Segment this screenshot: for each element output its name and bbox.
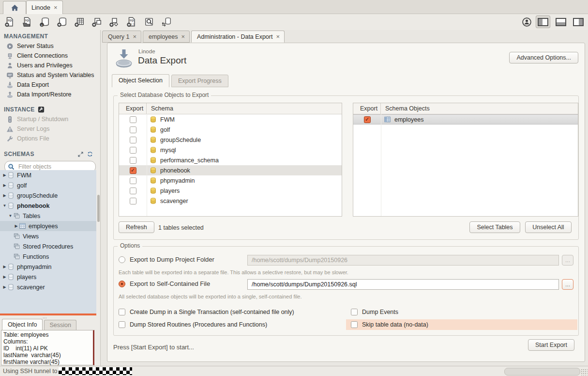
new-table-icon[interactable] [73,15,86,29]
export-checkbox[interactable]: ✓ [364,116,371,123]
dump-folder-radio[interactable] [119,256,125,263]
table-row-scavenger[interactable]: ✓scavenger [119,196,342,206]
start-export-button[interactable]: Start Export [528,339,574,351]
tree-node-phpmyadmin[interactable]: ▶phpmyadmin [0,262,96,272]
open-sql-file-icon[interactable] [20,15,34,29]
select-tables-button[interactable]: Select Tables [469,221,520,233]
tree-node-scavenger[interactable]: ▶scavenger [0,282,96,292]
export-checkbox[interactable]: ✓ [130,147,136,154]
close-icon[interactable]: × [133,33,136,40]
export-checkbox[interactable]: ✓ [130,177,136,184]
self-contained-radio[interactable] [119,281,125,287]
editor-tab-administration-data-export[interactable]: Administration - Data Export× [191,31,285,43]
chevron-right-icon[interactable]: ▶ [2,183,7,188]
table-row-players[interactable]: ✓players [119,186,342,196]
db-sync-icon[interactable] [160,15,173,29]
option-dump-stored-routines-procedures-and-functions[interactable]: Dump Stored Routines (Procedures and Fun… [119,319,341,330]
self-contained-path-input[interactable] [247,279,559,290]
chevron-right-icon[interactable]: ▶ [14,224,19,228]
sidebar-scrollbar-thumb[interactable] [97,195,100,222]
self-contained-browse-button[interactable]: ... [562,279,573,290]
sidebar-item-startup-shutdown[interactable]: Startup / Shutdown [0,114,100,124]
chevron-right-icon[interactable]: ▶ [2,173,7,177]
dump-folder-path-input[interactable] [247,255,559,266]
horizontal-scrollbar-thumb[interactable] [504,368,580,376]
tab-export-progress[interactable]: Export Progress [171,75,228,87]
tree-node-players[interactable]: ▶players [0,272,96,282]
table-row-phpmyadmin[interactable]: ✓phpmyadmin [119,175,342,186]
new-view-icon[interactable] [90,15,104,29]
expand-schemas-icon[interactable] [77,151,84,157]
chevron-right-icon[interactable]: ▶ [2,193,7,198]
tree-node-phonebook[interactable]: ▼phonebook [0,201,96,211]
toggle-output-panel-button[interactable] [554,16,568,28]
schema-filter-input[interactable] [17,163,94,171]
admin-dashboard-icon[interactable] [522,17,532,27]
tree-node-Stored Procedures[interactable]: Stored Procedures [0,241,96,251]
close-icon[interactable]: × [276,33,280,40]
option-dump-events[interactable]: Dump Events [346,307,577,317]
export-checkbox[interactable]: ✓ [130,137,136,143]
sidebar-item-data-export[interactable]: Data Export [0,80,100,90]
option-checkbox[interactable] [119,321,125,328]
export-checkbox[interactable]: ✓ [130,167,136,174]
new-function-icon[interactable] [125,15,138,29]
table-row-groupSchedule[interactable]: ✓groupSchedule [119,135,342,145]
new-connection-icon[interactable] [55,15,69,29]
refresh-button[interactable]: Refresh [119,221,154,233]
new-procedure-icon[interactable] [107,15,121,29]
sidebar-item-data-import[interactable]: Data Import/Restore [0,90,100,99]
export-checkbox[interactable]: ✓ [130,198,136,204]
table-row-FWM[interactable]: ✓FWM [119,114,342,125]
tree-node-golf[interactable]: ▶golf [0,180,96,190]
export-checkbox[interactable]: ✓ [130,188,136,194]
tree-node-Tables[interactable]: ▼Tables [0,211,96,221]
tree-node-FWM[interactable]: ▶FWM [0,170,96,180]
tab-object-info[interactable]: Object Info [2,319,43,330]
option-create-dump-in-a-single-transaction-self-contained-file-only[interactable]: Create Dump in a Single Transaction (sel… [119,307,341,317]
dump-folder-browse-button[interactable]: ... [562,255,573,266]
export-checkbox[interactable]: ✓ [130,116,136,123]
chevron-down-icon[interactable]: ▼ [8,214,13,218]
connection-tab[interactable]: Linode × [26,0,63,14]
table-row-mysql[interactable]: ✓mysql [119,145,342,155]
sidebar-item-options-file[interactable]: Options File [0,134,100,143]
export-checkbox[interactable]: ✓ [130,157,136,164]
close-icon[interactable]: × [181,33,185,40]
search-objects-icon[interactable] [142,15,156,29]
option-skip-table-data-no-data[interactable]: Skip table data (no-data) [346,319,577,330]
chevron-right-icon[interactable]: ▶ [2,275,7,279]
sidebar-splitter[interactable] [0,313,96,315]
editor-tab-employees[interactable]: employees× [143,31,190,43]
chevron-right-icon[interactable]: ▶ [2,265,7,269]
option-checkbox[interactable] [351,321,358,328]
refresh-schemas-icon[interactable] [87,151,93,157]
home-tab[interactable] [3,1,26,14]
sidebar-item-server-logs[interactable]: Server Logs [0,124,100,134]
db-info-icon[interactable] [38,15,51,29]
table-row-performance_schema[interactable]: ✓performance_schema [119,155,342,165]
sidebar-item-users-privileges[interactable]: Users and Privileges [0,61,100,70]
table-row-employees[interactable]: ✓employees [353,114,578,125]
tree-node-employees[interactable]: ▶employees [0,221,96,231]
editor-tab-query-1[interactable]: Query 1× [102,31,141,43]
tree-node-groupSchedule[interactable]: ▶groupSchedule [0,190,96,201]
advanced-options-button[interactable]: Advanced Options... [509,52,578,63]
sidebar-item-client-connections[interactable]: Client Connections [0,51,100,61]
new-query-tab-icon[interactable] [3,15,16,29]
toggle-sidebar-panel-button[interactable] [536,16,550,28]
option-checkbox[interactable] [119,309,125,315]
sidebar-item-status-variables[interactable]: Status and System Variables [0,70,100,80]
chevron-right-icon[interactable]: ▶ [2,285,7,289]
resize-grip-icon[interactable] [581,369,588,376]
toggle-secondary-panel-button[interactable] [572,16,585,28]
unselect-all-button[interactable]: Unselect All [525,221,572,233]
sidebar-item-server-status[interactable]: Server Status [0,41,100,51]
tab-object-selection[interactable]: Object Selection [112,74,169,87]
tab-session[interactable]: Session [44,320,76,330]
option-checkbox[interactable] [351,309,358,315]
chevron-down-icon[interactable]: ▼ [2,204,7,208]
close-icon[interactable]: × [54,4,58,11]
tree-node-Functions[interactable]: Functions [0,251,96,262]
table-row-phonebook[interactable]: ✓phonebook [119,165,342,175]
